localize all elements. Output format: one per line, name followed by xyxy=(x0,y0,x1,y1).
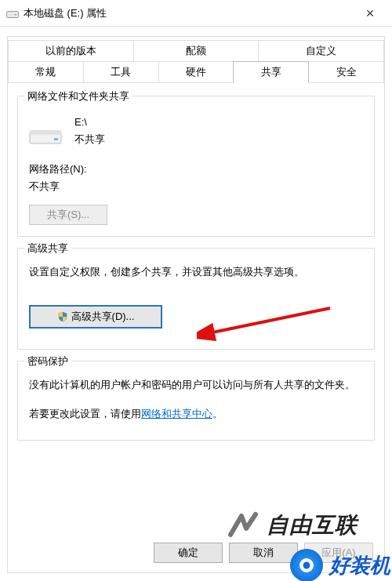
svg-line-5 xyxy=(209,308,330,333)
close-button[interactable]: × xyxy=(354,6,386,20)
tab-security[interactable]: 安全 xyxy=(308,61,384,83)
group-network-share: 网络文件和文件夹共享 E:\ 不共享 网络路径(N): 不共享 共享(S)... xyxy=(17,96,375,237)
drive-letter: E:\ xyxy=(74,114,105,131)
tab-general[interactable]: 常规 xyxy=(8,61,84,83)
tab-tools[interactable]: 工具 xyxy=(83,61,159,83)
svg-rect-3 xyxy=(30,131,61,135)
group-advanced-share-title: 高级共享 xyxy=(24,241,71,256)
tab-quota[interactable]: 配额 xyxy=(133,40,260,61)
drive-icon xyxy=(29,122,62,145)
window-title: 本地磁盘 (E:) 属性 xyxy=(24,6,354,20)
tab-strip: 以前的版本 配额 自定义 常规 工具 硬件 共享 安全 xyxy=(8,37,384,83)
tab-hardware[interactable]: 硬件 xyxy=(158,61,234,83)
arrow-annotation xyxy=(197,302,338,349)
share-button[interactable]: 共享(S)... xyxy=(29,205,107,225)
share-state: 不共享 xyxy=(74,131,105,148)
group-advanced-share: 高级共享 设置自定义权限，创建多个共享，并设置其他高级共享选项。 高级共享(D)… xyxy=(17,248,375,349)
svg-rect-0 xyxy=(7,11,19,17)
network-path-value: 不共享 xyxy=(29,180,363,194)
group-network-share-title: 网络文件和文件夹共享 xyxy=(24,89,132,103)
password-desc2-suffix: 。 xyxy=(212,408,223,419)
password-desc: 没有此计算机的用户帐户和密码的用户可以访问与所有人共享的文件夹。 xyxy=(29,376,363,394)
apply-button[interactable]: 应用(A) xyxy=(304,543,373,563)
password-desc2-prefix: 若要更改此设置，请使用 xyxy=(29,408,141,419)
advanced-share-button-label: 高级共享(D)... xyxy=(71,310,135,324)
ok-button[interactable]: 确定 xyxy=(154,543,223,563)
titlebar: 本地磁盘 (E:) 属性 × xyxy=(0,0,392,27)
shield-icon xyxy=(57,311,68,322)
cancel-button[interactable]: 取消 xyxy=(229,543,298,563)
dialog-content: 以前的版本 配额 自定义 常规 工具 硬件 共享 安全 网络文件和文件夹共享 xyxy=(7,36,385,573)
tab-previous-versions[interactable]: 以前的版本 xyxy=(8,40,134,61)
group-password-title: 密码保护 xyxy=(24,354,71,369)
dialog-buttons: 确定 取消 应用(A) xyxy=(154,543,373,563)
network-path-label: 网络路径(N): xyxy=(29,162,363,176)
tab-custom[interactable]: 自定义 xyxy=(258,40,384,61)
network-sharing-center-link[interactable]: 网络和共享中心 xyxy=(141,408,212,419)
tab-sharing[interactable]: 共享 xyxy=(233,61,309,83)
advanced-share-button[interactable]: 高级共享(D)... xyxy=(29,305,162,329)
drive-icon-small xyxy=(6,9,19,18)
group-password-protect: 密码保护 没有此计算机的用户帐户和密码的用户可以访问与所有人共享的文件夹。 若要… xyxy=(17,361,375,441)
svg-rect-4 xyxy=(54,138,58,140)
advanced-share-desc: 设置自定义权限，创建多个共享，并设置其他高级共享选项。 xyxy=(29,263,363,281)
svg-rect-1 xyxy=(15,14,16,16)
